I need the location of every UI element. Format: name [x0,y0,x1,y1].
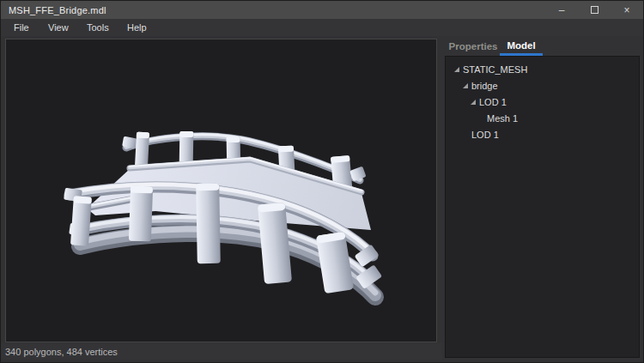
tab-properties[interactable]: Properties [450,37,496,56]
status-bar: 340 polygons, 484 vertices [1,343,442,360]
tree-item-label: bridge [471,81,498,91]
tree-item-static-mesh[interactable]: STATIC_MESH [446,61,639,77]
tab-model[interactable]: Model [500,37,543,56]
bridge-model [6,39,436,342]
tree-item-mesh1[interactable]: Mesh 1 [446,110,639,126]
model-tree: STATIC_MESH bridge LOD 1 Mesh 1 LOD 1 [445,56,640,358]
close-icon: × [623,4,629,16]
expand-arrow-icon[interactable] [454,67,463,72]
minimize-button[interactable]: – [545,1,578,19]
tree-item-bridge[interactable]: bridge [446,77,639,94]
panel-tabs: Properties Model [443,37,641,56]
model-viewport[interactable] [5,39,437,342]
side-panel: Properties Model STATIC_MESH bridge LOD … [443,37,641,359]
polygon-count: 340 polygons, 484 vertices [1,347,118,357]
window-controls: – × [545,1,643,19]
window-title: MSH_FFE_Bridge.mdl [1,5,106,15]
menu-file[interactable]: File [9,19,34,36]
minimize-icon: – [559,4,565,16]
tree-item-label: LOD 1 [471,130,499,140]
maximize-icon [591,6,598,14]
title-bar[interactable]: MSH_FFE_Bridge.mdl – × [1,1,643,19]
tree-item-label: STATIC_MESH [463,64,527,75]
tree-item-label: LOD 1 [479,97,507,107]
close-button[interactable]: × [611,1,643,19]
menu-bar: File View Tools Help [1,19,643,36]
expand-arrow-icon[interactable] [471,100,479,105]
app-window: MSH_FFE_Bridge.mdl – × File View Tools H… [0,0,644,363]
menu-view[interactable]: View [43,19,74,36]
menu-help[interactable]: Help [122,19,152,36]
menu-tools[interactable]: Tools [82,19,114,36]
tree-item-lod1[interactable]: LOD 1 [446,94,639,110]
expand-arrow-icon[interactable] [463,83,471,88]
tree-item-lod1-2[interactable]: LOD 1 [446,126,639,142]
tree-item-label: Mesh 1 [487,113,518,124]
maximize-button[interactable] [578,1,611,19]
